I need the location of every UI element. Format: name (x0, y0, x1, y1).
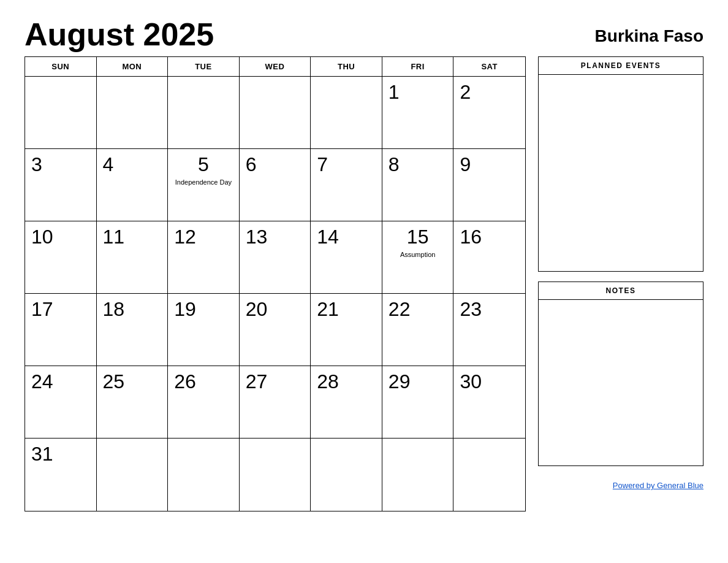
calendar-cell (97, 77, 169, 149)
calendar-cell (240, 439, 311, 511)
calendar-cell (168, 77, 240, 149)
day-number: 18 (103, 299, 162, 320)
day-number: 9 (460, 154, 519, 175)
calendar-grid: 12345Independence Day6789101112131415Ass… (25, 77, 525, 511)
calendar-cell (382, 439, 454, 511)
day-number: 23 (460, 299, 519, 320)
calendar-cell (25, 77, 97, 149)
calendar-cell: 12 (168, 221, 240, 294)
calendar-cell: 19 (168, 294, 240, 366)
day-number: 31 (31, 443, 90, 465)
day-number: 13 (246, 226, 305, 248)
calendar-cell: 13 (240, 221, 311, 294)
day-number: 4 (103, 154, 162, 175)
calendar-cell: 3 (25, 149, 97, 221)
day-header-thu: THU (311, 57, 382, 76)
holiday-name: Independence Day (175, 178, 232, 186)
day-number: 8 (389, 154, 447, 175)
day-header-sun: SUN (25, 57, 97, 76)
calendar-cell: 30 (453, 366, 525, 439)
day-number: 2 (460, 82, 519, 103)
calendar-cell: 18 (97, 294, 169, 366)
calendar-cell: 28 (311, 366, 382, 439)
day-number: 14 (317, 226, 376, 248)
calendar-cell (311, 439, 382, 511)
calendar-cell (311, 77, 382, 149)
day-number: 17 (31, 299, 90, 320)
calendar-cell: 11 (97, 221, 169, 294)
calendar-cell (453, 439, 525, 511)
calendar-cell (168, 439, 240, 511)
calendar-cell: 4 (97, 149, 169, 221)
month-year-title: August 2025 (25, 18, 214, 50)
calendar-cell (240, 77, 311, 149)
holiday-name: Assumption (400, 250, 435, 259)
notes-header: NOTES (539, 282, 703, 300)
day-number: 28 (317, 371, 376, 393)
day-number: 27 (246, 371, 305, 393)
calendar-cell: 16 (453, 221, 525, 294)
day-number: 21 (317, 299, 376, 320)
calendar-cell: 6 (240, 149, 311, 221)
calendar-cell: 8 (382, 149, 454, 221)
calendar-cell: 7 (311, 149, 382, 221)
calendar-cell: 29 (382, 366, 454, 439)
calendar-cell: 21 (311, 294, 382, 366)
notes-box: NOTES (538, 282, 703, 466)
powered-by-section: Powered by General Blue (538, 481, 703, 490)
day-number: 5 (198, 154, 209, 175)
day-number: 16 (460, 226, 519, 248)
calendar-section: SUNMONTUEWEDTHUFRISAT 12345Independence … (25, 56, 526, 511)
calendar-cell: 14 (311, 221, 382, 294)
calendar-cell: 2 (453, 77, 525, 149)
day-number: 24 (31, 371, 90, 393)
calendar-cell: 5Independence Day (168, 149, 240, 221)
calendar-cell: 20 (240, 294, 311, 366)
day-number: 7 (317, 154, 376, 175)
day-header-sat: SAT (453, 57, 525, 76)
planned-events-header: PLANNED EVENTS (539, 57, 703, 75)
calendar-cell: 27 (240, 366, 311, 439)
day-header-tue: TUE (168, 57, 240, 76)
day-number: 25 (103, 371, 162, 393)
day-number: 30 (460, 371, 519, 393)
calendar-cell: 26 (168, 366, 240, 439)
calendar-cell: 17 (25, 294, 97, 366)
day-header-fri: FRI (382, 57, 454, 76)
day-headers-row: SUNMONTUEWEDTHUFRISAT (25, 57, 525, 77)
calendar-cell: 25 (97, 366, 169, 439)
calendar-cell: 1 (382, 77, 454, 149)
day-number: 10 (31, 226, 90, 248)
day-number: 3 (31, 154, 90, 175)
day-number: 29 (389, 371, 447, 393)
calendar-cell: 15Assumption (382, 221, 454, 294)
day-number: 26 (174, 371, 233, 393)
calendar-cell: 10 (25, 221, 97, 294)
powered-by-link[interactable]: Powered by General Blue (613, 481, 703, 490)
calendar-cell: 22 (382, 294, 454, 366)
planned-events-content (539, 75, 703, 271)
day-number: 15 (407, 226, 429, 248)
day-header-wed: WED (240, 57, 311, 76)
day-number: 20 (246, 299, 305, 320)
country-title: Burkina Faso (595, 18, 703, 45)
day-number: 19 (174, 299, 233, 320)
calendar-cell: 24 (25, 366, 97, 439)
notes-content (539, 300, 703, 465)
calendar-cell: 9 (453, 149, 525, 221)
day-header-mon: MON (97, 57, 169, 76)
calendar-cell (97, 439, 169, 511)
page-header: August 2025 Burkina Faso (25, 18, 703, 50)
main-content: SUNMONTUEWEDTHUFRISAT 12345Independence … (25, 56, 703, 511)
calendar-cell: 31 (25, 439, 97, 511)
day-number: 11 (103, 226, 162, 248)
day-number: 12 (174, 226, 233, 248)
day-number: 22 (389, 299, 447, 320)
sidebar-section: PLANNED EVENTS NOTES Powered by General … (538, 56, 703, 511)
calendar-cell: 23 (453, 294, 525, 366)
day-number: 1 (389, 82, 447, 103)
planned-events-box: PLANNED EVENTS (538, 56, 703, 272)
day-number: 6 (246, 154, 305, 175)
